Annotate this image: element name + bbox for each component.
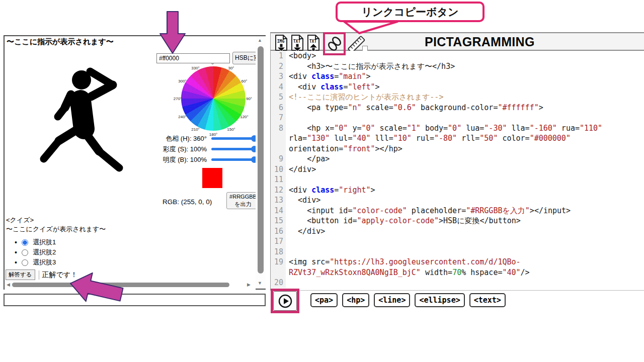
insert-tag-button[interactable]: <line> — [374, 293, 410, 307]
radio-button[interactable] — [22, 239, 28, 246]
scroll-down-icon[interactable]: ▼ — [258, 281, 262, 286]
code-line-text: <div class="left"> — [286, 82, 644, 93]
color-wheel[interactable] — [181, 66, 246, 131]
quiz-title: <クイズ> — [6, 216, 34, 225]
run-button[interactable] — [273, 291, 297, 311]
line-number: 2 — [271, 61, 286, 72]
code-line: 18 — [271, 247, 644, 257]
slider-track[interactable] — [211, 137, 255, 140]
code-line-text: <hp x="0" y="0" scale="1" body="0" lua="… — [286, 123, 644, 154]
tag-insert-buttons: <pa><hp><line><ellipse><text> — [310, 293, 506, 307]
code-line-text: <input id="color-code" placeholder="#RRG… — [286, 206, 644, 216]
output-line2: を出力 — [234, 201, 251, 207]
wheel-degree-label: 300° — [178, 78, 187, 83]
vertical-scroll-thumb[interactable] — [258, 46, 264, 274]
img-icon-label: IMG — [277, 39, 285, 44]
txt-icon-label: TXT — [293, 39, 301, 44]
horizontal-scrollbar[interactable]: ◀ ▶ — [5, 281, 256, 290]
code-line: 4 <div class="left"> — [271, 82, 644, 93]
insert-tag-button[interactable]: <text> — [469, 293, 506, 307]
editor-header: IMG TXT TXT — [270, 32, 644, 51]
quiz-options: •選択肢1•選択肢2•選択肢3 — [15, 237, 56, 267]
pictogram-figure — [31, 56, 155, 203]
line-number: 16 — [271, 226, 286, 237]
code-line-text — [286, 174, 644, 185]
code-line-text: <div> — [286, 195, 644, 206]
rgb-value: RGB: (255, 0, 0) — [163, 198, 212, 206]
code-line: 2 <h3>〜ここに指示が表示されます〜</h3> — [271, 61, 644, 72]
radio-button[interactable] — [22, 249, 28, 256]
slider-label: 色相 (H): 360° — [149, 134, 207, 143]
list-bullet: • — [15, 238, 17, 246]
scroll-right-icon[interactable]: ▶ — [247, 282, 251, 287]
vertical-scrollbar[interactable]: ▲ ▼ — [256, 36, 266, 289]
code-line: 6 <pa type="n" scale="0.6" background-co… — [271, 103, 644, 113]
line-number: 3 — [271, 71, 286, 82]
line-number: 14 — [271, 206, 286, 216]
radio-button[interactable] — [22, 259, 28, 266]
txt-icon-label: TXT — [309, 39, 317, 44]
line-number: 9 — [271, 154, 286, 164]
code-line: 10</div> — [271, 164, 644, 175]
wheel-degree-label: 30° — [228, 65, 234, 70]
answer-button[interactable]: 解答する — [6, 269, 35, 280]
save-image-icon[interactable]: IMG — [274, 34, 289, 51]
quiz-option[interactable]: •選択肢3 — [15, 257, 56, 267]
editor-toolbar: <pa><hp><line><ellipse><text> — [270, 288, 644, 318]
code-line: 14 <input id="color-code" placeholder="#… — [271, 206, 644, 216]
line-number: 13 — [271, 195, 286, 206]
line-number: 18 — [271, 247, 286, 257]
code-line-text: </div> — [286, 226, 644, 237]
hsb-slider-row: 彩度 (S): 100% — [149, 144, 264, 154]
code-line: 12<div class="right"> — [271, 185, 644, 196]
link-copy-highlight — [323, 32, 346, 55]
callout-label: リンクコピーボタン — [362, 5, 459, 19]
wheel-degree-label: 120° — [240, 114, 249, 119]
line-number: 10 — [271, 164, 286, 175]
save-text-icon[interactable]: TXT — [290, 34, 305, 51]
line-number: 7 — [271, 113, 286, 123]
callout-bubble: リンクコピーボタン — [336, 2, 485, 22]
slider-track[interactable] — [211, 158, 255, 161]
color-wheel-widget: 0°30°60°90°120°150°180°210°240°270°300°3… — [176, 61, 251, 136]
scroll-left-icon[interactable]: ◀ — [7, 282, 10, 287]
scroll-up-icon[interactable]: ▲ — [258, 38, 262, 43]
code-line-text — [286, 113, 644, 123]
code-line-text: <div class="main"> — [286, 71, 644, 82]
code-line-text: </pa> — [286, 154, 644, 164]
wheel-degree-label: 90° — [246, 97, 252, 101]
slider-track[interactable] — [211, 148, 255, 150]
rrggbb-output-button[interactable]: #RRGGBB を出力 — [226, 192, 260, 209]
code-line-text — [286, 278, 644, 288]
insert-tag-button[interactable]: <hp> — [342, 293, 369, 307]
wheel-degree-label: 150° — [227, 127, 235, 132]
wheel-degree-label: 240° — [178, 114, 187, 119]
message-bar — [4, 294, 266, 306]
preview-panel: 〜ここに指示が表示されます〜 HSBに変換 0°30°60°90°120°150… — [4, 35, 266, 290]
quiz-option[interactable]: •選択肢2 — [15, 247, 56, 257]
insert-tag-button[interactable]: <ellipse> — [415, 293, 464, 307]
quiz-option[interactable]: •選択肢1 — [15, 237, 56, 247]
wheel-degree-label: 330° — [191, 65, 200, 70]
line-number: 17 — [271, 236, 286, 247]
link-copy-icon[interactable] — [326, 34, 343, 53]
line-number: 5 — [271, 92, 286, 103]
insert-tag-button[interactable]: <pa> — [310, 293, 338, 307]
color-swatch — [202, 168, 222, 188]
quiz-option-label: 選択肢1 — [33, 238, 56, 247]
code-editor[interactable]: 1<body>2 <h3>〜ここに指示が表示されます〜</h3>3<div cl… — [270, 51, 644, 291]
output-line1: #RRGGBB — [229, 194, 257, 200]
line-number: 19 — [271, 257, 286, 278]
code-line-text: </div> — [286, 164, 644, 175]
slider-label: 明度 (B): 100% — [149, 155, 207, 164]
answer-row: 解答する 正解です！ — [6, 269, 77, 280]
wheel-degree-label: 270° — [174, 97, 182, 101]
list-bullet: • — [15, 258, 17, 266]
load-text-icon[interactable]: TXT — [306, 34, 321, 51]
run-button-highlight — [271, 289, 299, 313]
wheel-degree-label: 210° — [191, 127, 200, 132]
instruction-heading: 〜ここに指示が表示されます〜 — [7, 37, 114, 47]
code-line-text: <div class="right"> — [286, 185, 644, 196]
left-arrow-annotation — [69, 263, 129, 309]
color-code-input[interactable] — [156, 53, 230, 63]
